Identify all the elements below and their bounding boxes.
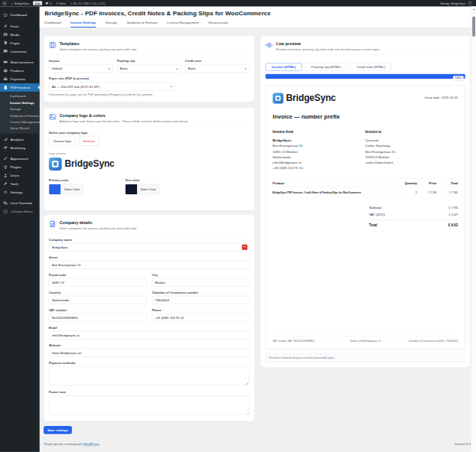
submenu-item-validation-formats[interactable]: Validation & Formats [0, 112, 40, 119]
sidebar-item-comments[interactable]: Comments [0, 47, 40, 56]
sidebar-item-posts[interactable]: Posts [0, 22, 40, 31]
footer-coc: Chamber of Commerce number: 73644004 [397, 339, 458, 343]
country-input[interactable] [49, 296, 146, 304]
footer-thanks: Thank you for creating with WordPress. [44, 443, 100, 447]
sidebar-item-pages[interactable]: Pages [0, 39, 40, 47]
footer-email: Email: info@bridgesync.io [334, 339, 397, 343]
footer-note-textarea[interactable] [49, 395, 249, 415]
select-color-button[interactable]: Select Color [137, 184, 159, 194]
tab-license-management[interactable]: License Management [167, 21, 199, 28]
submenu-item-setup-wizard[interactable]: Setup Wizard [0, 125, 40, 132]
to-line: cedric@qrecked.nl [365, 160, 458, 165]
chip-packing-slip-html[interactable]: Packing slip (HTML) [305, 63, 347, 71]
from-line: Ben Essingstraat 15 [272, 144, 365, 149]
invoice-icon [3, 85, 8, 89]
sidebar-item-media[interactable]: Media [0, 31, 40, 39]
sidebar-item-plugins[interactable]: Plugins [0, 163, 40, 171]
submenu-item-dashboard[interactable]: Dashboard [0, 93, 40, 99]
howdy-text[interactable]: Howdy, BridgeSync [440, 2, 466, 5]
tab-setup-wizard[interactable]: Setup wizard [208, 21, 227, 28]
plus-icon: + [57, 2, 59, 5]
sidebar-item-payments[interactable]: Payments [0, 75, 40, 83]
city-input[interactable] [152, 278, 249, 287]
payment-methods-textarea[interactable] [49, 366, 249, 385]
sidebar-item-appearance[interactable]: Appearance [0, 154, 40, 163]
primary-color-swatch [49, 184, 60, 194]
company-name-input[interactable] [49, 243, 249, 252]
submenu-item-storage[interactable]: Storage [0, 106, 40, 112]
remove-logo-button[interactable]: Remove [79, 136, 99, 146]
chip-credit-note-html[interactable]: Credit note (HTML) [350, 63, 392, 71]
bridgesync-logo-icon [272, 93, 283, 103]
tab-storage[interactable]: Storage [106, 21, 117, 28]
to-line: Qrecked [365, 138, 458, 143]
sidebar-item-woocommerce[interactable]: WooCommerce [0, 58, 40, 67]
live-badge: Live [33, 2, 42, 5]
website-input[interactable] [49, 349, 249, 357]
progress-bar [266, 74, 465, 79]
box-icon [3, 68, 8, 73]
sidebar-item-label: Appearance [11, 157, 29, 161]
submenu-item-license-management[interactable]: License Management [0, 119, 40, 125]
sidebar-item-products[interactable]: Products [0, 67, 40, 75]
vat-number-input[interactable] [49, 314, 146, 322]
wordpress-logo-icon[interactable] [2, 0, 8, 6]
chip-invoice-html[interactable]: Invoice (HTML) [266, 63, 302, 71]
sidebar-item-pdf-invoices[interactable]: PDF Invoices [0, 83, 40, 92]
sidebar-item-users[interactable]: Users [0, 171, 40, 180]
tab-validation-formats[interactable]: Validation & Formats [127, 21, 158, 28]
sidebar-item-label: Payments [11, 77, 25, 81]
primary-color-picker[interactable]: Select Color [49, 184, 83, 195]
postal-code-label: Postal code [49, 273, 146, 277]
postal-code-input[interactable] [49, 278, 146, 287]
password-manager-extension-icon[interactable]: ••• [242, 245, 247, 250]
card-subtitle: Select templates for invoice, packing sl… [60, 47, 137, 52]
settings-column: Templates Select templates for invoice, … [44, 36, 255, 434]
comments-bubble[interactable]: 0 [44, 0, 53, 6]
site-menu[interactable]: ⌂ BridgeSync [10, 0, 31, 6]
sidebar-item-dashboard[interactable]: Dashboard [0, 11, 40, 19]
sidebar-item-tools[interactable]: Tools [0, 180, 40, 188]
tab-invoice-settings[interactable]: Invoice Settings [70, 21, 96, 28]
sidebar-item-label: Plugins [11, 165, 21, 169]
vat-value: € 1,67 [448, 213, 458, 216]
sidebar-item-label: Marketing [11, 146, 25, 150]
choose-logo-button[interactable]: Choose logo [49, 136, 76, 146]
email-input[interactable] [49, 331, 249, 340]
credit-template-select[interactable]: Basic ∨ [185, 64, 249, 73]
scrollbar-up-arrow[interactable]: ▲ [471, 6, 476, 11]
sidebar-item-analytics[interactable]: Analytics [0, 135, 40, 144]
invoice-template-select[interactable]: Default ∨ [49, 64, 113, 73]
coc-number-input[interactable] [152, 296, 249, 304]
phone-input[interactable] [152, 314, 249, 322]
street-input[interactable] [49, 261, 249, 269]
sidebar-item-loco-translate[interactable]: Loco Translate [0, 199, 40, 207]
sidebar-item-settings[interactable]: Settings [0, 188, 40, 197]
gauge-icon [3, 13, 8, 18]
paper-size-select[interactable]: A4 — 210×297 mm (8.27×11.69") ∨ [49, 83, 175, 91]
text-color-picker[interactable]: Select Color [125, 184, 159, 195]
text-color-label: Text color [125, 179, 197, 183]
window-scrollbar[interactable]: ▲ [471, 6, 476, 451]
sidebar-item-label: Analytics [11, 138, 24, 141]
admin-sidebar: Dashboard Posts Media Pages Comments [0, 6, 40, 451]
submenu-item-invoice-settings[interactable]: Invoice Settings [0, 99, 40, 106]
live-preview-card: Live preview Preview of invoice, packing… [260, 36, 470, 368]
phone-label: Phone [152, 308, 249, 312]
footer-vat: VAT number VAT: NL002203669B53 [272, 339, 333, 343]
select-color-button[interactable]: Select Color [60, 184, 83, 194]
total-label: Total [369, 223, 377, 227]
avatar[interactable] [468, 1, 473, 5]
vat-label: VAT (21%) [369, 213, 385, 216]
new-menu[interactable]: + New [55, 0, 67, 6]
invoice-to-title: Invoice to [365, 130, 458, 134]
save-settings-button[interactable]: Save settings [44, 426, 72, 434]
query-monitor-stats[interactable]: 1.38s 93.7MB 0.09s 175Q [69, 0, 108, 6]
packing-template-select[interactable]: Basic ∨ [117, 64, 181, 73]
tab-dashboard[interactable]: Dashboard [44, 21, 60, 28]
from-company: BridgeSync [272, 138, 365, 143]
scrollbar-thumb[interactable] [472, 16, 475, 37]
sidebar-item-collapse-menu[interactable]: Collapse Menu [0, 207, 40, 216]
wordpress-link[interactable]: WordPress [83, 443, 99, 447]
sidebar-item-marketing[interactable]: Marketing [0, 144, 40, 152]
